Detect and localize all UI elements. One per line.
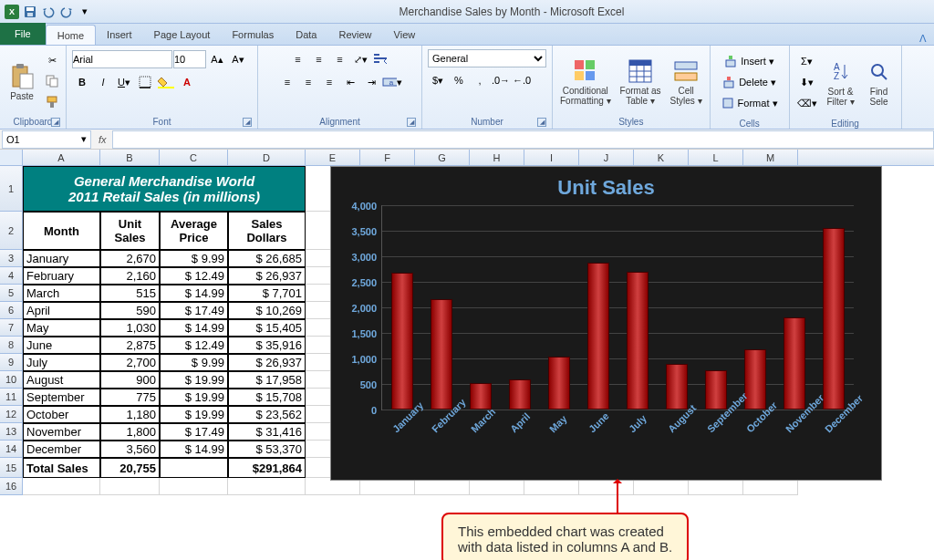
qat-customize-icon[interactable]: ▾ <box>77 4 93 20</box>
excel-icon[interactable]: X <box>4 4 20 20</box>
row-header[interactable]: 12 <box>0 406 23 423</box>
cell[interactable]: $ 15,405 <box>228 319 306 337</box>
merge-center-button[interactable]: a▾ <box>382 72 402 92</box>
cell[interactable]: $ 12.49 <box>160 267 228 285</box>
cell[interactable]: $ 35,916 <box>228 337 306 354</box>
tab-review[interactable]: Review <box>327 25 382 45</box>
row-header[interactable]: 1 <box>0 166 23 212</box>
cell[interactable] <box>100 478 160 495</box>
format-painter-icon[interactable] <box>42 92 62 112</box>
decrease-decimal-icon[interactable]: ←.0 <box>512 70 532 90</box>
cell[interactable]: September <box>23 389 100 406</box>
cell[interactable]: $ 17,958 <box>228 371 306 389</box>
cell[interactable]: General Merchandise World2011 Retail Sal… <box>23 166 306 212</box>
cell[interactable]: $ 19.99 <box>160 406 228 423</box>
format-cells-button[interactable]: Format ▾ <box>718 93 782 113</box>
column-header[interactable]: M <box>743 150 798 165</box>
comma-format-icon[interactable]: , <box>470 70 490 90</box>
italic-button[interactable]: I <box>93 72 113 92</box>
cell[interactable]: $ 17.49 <box>160 302 228 319</box>
font-name-combo[interactable] <box>72 50 172 68</box>
font-size-combo[interactable] <box>173 50 206 68</box>
clipboard-dialog-launcher[interactable]: ◢ <box>51 118 60 127</box>
cell[interactable]: $ 19.99 <box>160 371 228 389</box>
format-as-table-button[interactable]: Format as Table ▾ <box>617 55 665 108</box>
row-header[interactable]: 7 <box>0 319 23 337</box>
row-header[interactable]: 13 <box>0 423 23 441</box>
fill-color-button[interactable] <box>156 72 176 92</box>
cell[interactable] <box>23 478 100 495</box>
cell[interactable]: June <box>23 337 100 354</box>
undo-icon[interactable] <box>40 4 57 20</box>
cell[interactable]: 3,560 <box>100 441 160 458</box>
cell[interactable]: $ 14.99 <box>160 319 228 337</box>
row-header[interactable]: 10 <box>0 371 23 389</box>
number-dialog-launcher[interactable]: ◢ <box>537 118 546 127</box>
cell[interactable]: $ 14.99 <box>160 441 228 458</box>
cell[interactable]: $ 26,937 <box>228 354 306 371</box>
cell[interactable]: November <box>23 423 100 441</box>
row-header[interactable]: 5 <box>0 285 23 302</box>
cell[interactable]: $ 53,370 <box>228 441 306 458</box>
cell[interactable]: January <box>23 250 100 267</box>
cell-styles-button[interactable]: Cell Styles ▾ <box>667 55 706 108</box>
cell[interactable]: 2,875 <box>100 337 160 354</box>
cell[interactable]: 900 <box>100 371 160 389</box>
cell[interactable]: $ 19.99 <box>160 389 228 406</box>
cell[interactable]: Unit Sales <box>100 212 160 250</box>
column-header[interactable]: F <box>360 150 415 165</box>
tab-data[interactable]: Data <box>285 25 327 45</box>
cell[interactable] <box>160 458 228 478</box>
column-header[interactable]: G <box>415 150 470 165</box>
find-select-button[interactable]: Find Sele <box>861 56 898 109</box>
cell[interactable]: 1,030 <box>100 319 160 337</box>
clear-icon[interactable]: ⌫▾ <box>797 93 817 113</box>
column-header[interactable]: D <box>228 150 306 165</box>
row-header[interactable]: 4 <box>0 267 23 285</box>
cell[interactable]: $ 23,562 <box>228 406 306 423</box>
redo-icon[interactable] <box>58 4 75 20</box>
cell[interactable]: Total Sales <box>23 458 100 478</box>
row-header[interactable]: 11 <box>0 389 23 406</box>
cell[interactable]: $ 7,701 <box>228 285 306 302</box>
row-header[interactable]: 9 <box>0 354 23 371</box>
increase-font-icon[interactable]: A▴ <box>207 49 227 69</box>
align-left-icon[interactable]: ≡ <box>277 72 297 92</box>
wrap-text-button[interactable] <box>372 49 392 69</box>
orientation-icon[interactable]: ⤢▾ <box>351 49 371 69</box>
bold-button[interactable]: B <box>72 72 92 92</box>
row-header[interactable]: 15 <box>0 458 23 478</box>
cell[interactable]: April <box>23 302 100 319</box>
tab-file[interactable]: File <box>0 23 46 45</box>
cell[interactable]: 775 <box>100 389 160 406</box>
cell[interactable]: October <box>23 406 100 423</box>
row-header[interactable]: 6 <box>0 302 23 319</box>
cell[interactable]: 2,670 <box>100 250 160 267</box>
align-middle-icon[interactable]: ≡ <box>309 49 329 69</box>
cell[interactable]: $ 14.99 <box>160 285 228 302</box>
increase-indent-icon[interactable]: ⇥ <box>361 72 381 92</box>
cell[interactable]: 2,160 <box>100 267 160 285</box>
tab-page-layout[interactable]: Page Layout <box>143 25 222 45</box>
copy-icon[interactable] <box>42 71 62 91</box>
cell[interactable]: Sales Dollars <box>228 212 306 250</box>
cell[interactable] <box>160 478 228 495</box>
cut-icon[interactable]: ✂ <box>42 50 62 70</box>
cell[interactable]: Month <box>23 212 100 250</box>
percent-format-icon[interactable]: % <box>449 70 469 90</box>
cell[interactable]: 2,700 <box>100 354 160 371</box>
cell[interactable]: 590 <box>100 302 160 319</box>
increase-decimal-icon[interactable]: .0→ <box>491 70 511 90</box>
name-box[interactable]: O1▾ <box>2 130 91 149</box>
column-header[interactable]: I <box>524 150 579 165</box>
cell[interactable]: Average Price <box>160 212 228 250</box>
align-bottom-icon[interactable]: ≡ <box>330 49 350 69</box>
cell[interactable]: $ 31,416 <box>228 423 306 441</box>
align-top-icon[interactable]: ≡ <box>288 49 308 69</box>
column-header[interactable]: C <box>160 150 228 165</box>
cell[interactable]: 1,180 <box>100 406 160 423</box>
formula-input[interactable] <box>112 130 934 149</box>
save-icon[interactable] <box>22 4 38 20</box>
accounting-format-icon[interactable]: $▾ <box>428 70 448 90</box>
column-header[interactable]: H <box>470 150 524 165</box>
